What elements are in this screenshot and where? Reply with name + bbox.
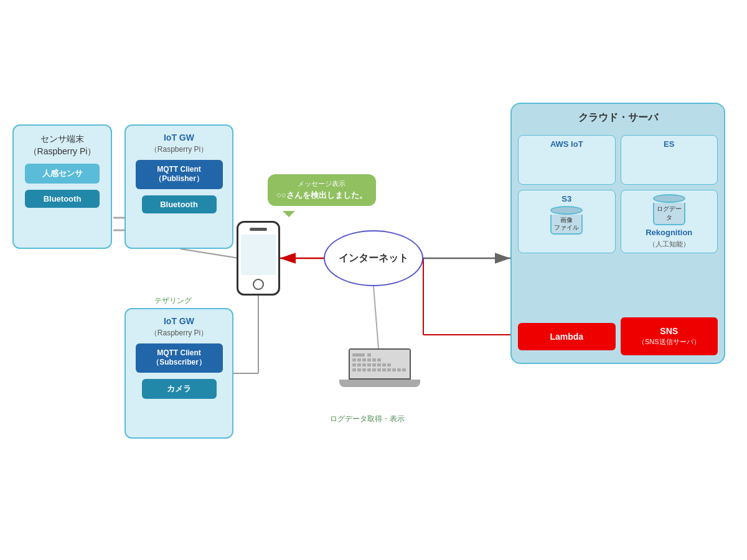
cloud-server-title: クラウド・サーバ bbox=[578, 111, 658, 124]
sensor-terminal-name: センサ端末 bbox=[40, 134, 84, 144]
svg-rect-17 bbox=[352, 368, 356, 371]
smartphone bbox=[237, 221, 280, 296]
iot-gw-top-title: IoT GW （Raspberry Pi） bbox=[150, 132, 208, 155]
rekognition-sub: （人工知能） bbox=[649, 240, 690, 249]
cyl-body: 画像ファイル bbox=[550, 215, 583, 235]
svg-rect-30 bbox=[362, 363, 366, 366]
lambda-box: Lambda bbox=[518, 323, 616, 350]
cloud-server-box: クラウド・サーバ AWS IoT ES S3 画像ファイル bbox=[510, 103, 725, 364]
phone-home-button bbox=[253, 279, 264, 290]
svg-rect-39 bbox=[367, 358, 371, 362]
pir-sensor-label: 人感センサ bbox=[42, 169, 83, 178]
svg-line-8 bbox=[374, 286, 378, 348]
mqtt-subscriber-sub: （Subscriber） bbox=[152, 358, 206, 366]
internet-label: インターネット bbox=[339, 252, 408, 265]
svg-rect-40 bbox=[372, 358, 376, 362]
laptop bbox=[339, 348, 420, 404]
log-cylinder: ログデータ bbox=[653, 194, 685, 225]
svg-rect-23 bbox=[382, 368, 386, 371]
s3-cylinder: 画像ファイル bbox=[550, 206, 583, 235]
iot-gw-bottom-subtitle: （Raspberry Pi） bbox=[150, 329, 208, 337]
svg-rect-29 bbox=[357, 363, 361, 366]
sns-label: SNS bbox=[660, 326, 678, 336]
es-label: ES bbox=[664, 139, 674, 149]
rekognition-label: Rekognition bbox=[646, 228, 692, 237]
aws-iot-cell: AWS IoT bbox=[518, 135, 616, 185]
diagram: センサ端末 （Raspberry Pi） 人感センサ Bluetooth IoT… bbox=[0, 0, 747, 560]
svg-rect-20 bbox=[367, 368, 371, 371]
camera-box: カメラ bbox=[142, 379, 217, 399]
iot-gw-bottom-box: IoT GW （Raspberry Pi） MQTT Client （Subsc… bbox=[125, 308, 233, 439]
svg-rect-19 bbox=[362, 368, 366, 371]
svg-rect-25 bbox=[392, 368, 396, 371]
svg-rect-18 bbox=[357, 368, 361, 371]
internet-ellipse: インターネット bbox=[324, 230, 423, 286]
mqtt-publisher-sub: （Publisher） bbox=[154, 174, 204, 183]
log-label: ログデータ取得・表示 bbox=[330, 414, 405, 424]
mqtt-publisher-label: MQTT Client bbox=[157, 165, 201, 174]
log-data-label: ログデータ bbox=[655, 205, 683, 222]
iot-gw-bottom-title: IoT GW （Raspberry Pi） bbox=[150, 315, 208, 338]
bubble-label: メッセージ表示 bbox=[276, 179, 367, 189]
laptop-screen bbox=[349, 348, 411, 380]
svg-rect-34 bbox=[382, 363, 386, 366]
log-cyl-top bbox=[653, 194, 685, 203]
svg-rect-28 bbox=[352, 363, 356, 366]
svg-rect-33 bbox=[377, 363, 381, 366]
svg-rect-36 bbox=[352, 358, 356, 362]
bubble-text: ○○さんを検出しました。 bbox=[276, 190, 367, 201]
svg-rect-43 bbox=[367, 353, 371, 357]
svg-rect-24 bbox=[387, 368, 391, 371]
sensor-terminal-title: センサ端末 （Raspberry Pi） bbox=[29, 133, 96, 157]
svg-rect-35 bbox=[387, 363, 391, 366]
bluetooth-sensor-label: Bluetooth bbox=[44, 194, 82, 203]
svg-rect-42 bbox=[352, 353, 365, 357]
camera-label: カメラ bbox=[167, 384, 191, 393]
laptop-screen-svg bbox=[350, 350, 410, 378]
svg-rect-31 bbox=[367, 363, 371, 366]
svg-rect-21 bbox=[372, 368, 376, 371]
speech-bubble: メッセージ表示 ○○さんを検出しました。 bbox=[268, 174, 376, 206]
iot-gw-top-name: IoT GW bbox=[164, 133, 194, 142]
rekognition-cell: ログデータ Rekognition （人工知能） bbox=[621, 190, 718, 253]
iot-gw-top-subtitle: （Raspberry Pi） bbox=[150, 145, 208, 154]
mqtt-publisher-box: MQTT Client （Publisher） bbox=[136, 160, 223, 189]
svg-rect-41 bbox=[377, 358, 381, 362]
sensor-terminal-subtitle: （Raspberry Pi） bbox=[29, 146, 96, 156]
s3-cell: S3 画像ファイル bbox=[518, 190, 616, 253]
s3-label: S3 bbox=[561, 194, 571, 203]
sns-sub: （SNS送信サーバ） bbox=[638, 338, 700, 345]
bluetooth-gw-label: Bluetooth bbox=[160, 200, 198, 209]
log-cyl-body: ログデータ bbox=[653, 203, 685, 225]
svg-rect-32 bbox=[372, 363, 376, 366]
lambda-label: Lambda bbox=[550, 332, 583, 342]
svg-rect-22 bbox=[377, 368, 381, 371]
phone-speaker bbox=[250, 228, 267, 231]
svg-rect-37 bbox=[357, 358, 361, 362]
sns-box: SNS （SNS送信サーバ） bbox=[621, 317, 718, 355]
es-cell: ES bbox=[621, 135, 718, 185]
iot-gw-bottom-name: IoT GW bbox=[164, 316, 194, 326]
mqtt-subscriber-box: MQTT Client （Subscriber） bbox=[136, 343, 223, 373]
tethering-label: テザリング bbox=[154, 296, 192, 306]
svg-rect-27 bbox=[402, 368, 406, 371]
bluetooth-gw-box: Bluetooth bbox=[142, 195, 217, 213]
svg-rect-26 bbox=[397, 368, 401, 371]
pir-sensor-box: 人感センサ bbox=[25, 164, 100, 184]
phone-screen bbox=[241, 235, 276, 275]
red-boxes: Lambda SNS （SNS送信サーバ） bbox=[518, 317, 718, 355]
cyl-top bbox=[550, 206, 583, 215]
cloud-grid: AWS IoT ES S3 画像ファイル bbox=[518, 135, 718, 253]
aws-iot-label: AWS IoT bbox=[550, 139, 583, 149]
bluetooth-sensor-box: Bluetooth bbox=[25, 190, 100, 208]
svg-rect-38 bbox=[362, 358, 366, 362]
mqtt-subscriber-label: MQTT Client bbox=[157, 348, 201, 357]
sensor-terminal-box: センサ端末 （Raspberry Pi） 人感センサ Bluetooth bbox=[12, 124, 112, 249]
iot-gw-top-box: IoT GW （Raspberry Pi） MQTT Client （Publi… bbox=[125, 124, 233, 249]
